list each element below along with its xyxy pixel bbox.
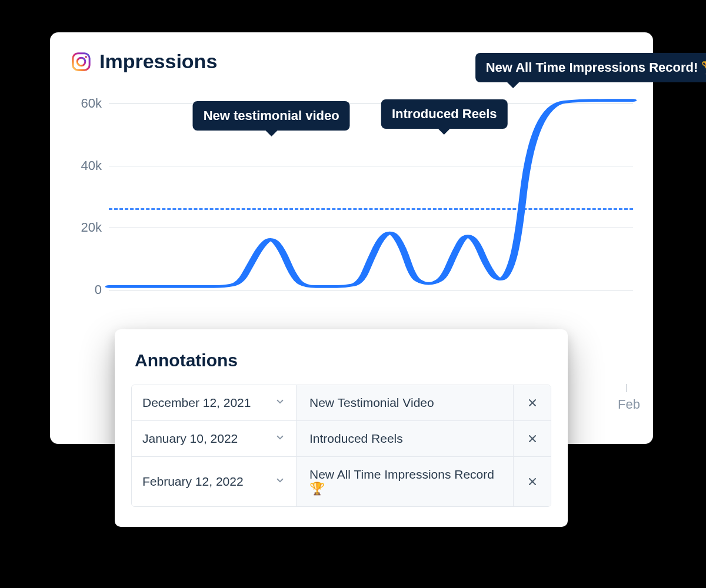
y-axis-labels: 60k 40k 20k 0	[68, 98, 108, 292]
close-icon	[527, 476, 538, 487]
annotation-description[interactable]: Introduced Reels	[297, 421, 513, 456]
plot-region: New testimonial video Introduced Reels N…	[109, 98, 633, 292]
y-tick-0: 0	[95, 282, 102, 298]
annotation-date-picker[interactable]: February 12, 2022	[132, 457, 297, 506]
annotation-row: January 10, 2022 Introduced Reels	[132, 420, 551, 456]
title-wrap: Impressions	[71, 50, 217, 73]
annotation-description[interactable]: New Testimonial Video	[297, 385, 513, 420]
y-tick-40k: 40k	[81, 158, 102, 173]
svg-point-1	[77, 58, 85, 66]
svg-point-2	[85, 56, 87, 58]
annotation-date-picker[interactable]: December 12, 2021	[132, 385, 297, 420]
annotation-date-picker[interactable]: January 10, 2022	[132, 421, 297, 456]
annotation-desc-text: New Testimonial Video	[309, 396, 434, 410]
callout-label: Introduced Reels	[392, 106, 497, 121]
annotation-row: February 12, 2022 New All Time Impressio…	[132, 456, 551, 506]
annotation-date-label: December 12, 2021	[142, 396, 251, 410]
callout-label: New testimonial video	[204, 108, 339, 123]
callout-testimonial: New testimonial video	[193, 101, 350, 131]
annotation-desc-text: Introduced Reels	[309, 432, 403, 446]
close-icon	[527, 397, 538, 409]
x-tick	[627, 384, 627, 392]
chart-title: Impressions	[99, 50, 217, 73]
chevron-down-icon	[275, 432, 285, 446]
annotation-date-label: January 10, 2022	[142, 432, 238, 446]
line-series	[109, 98, 633, 292]
chevron-down-icon	[275, 396, 285, 410]
annotation-row: December 12, 2021 New Testimonial Video	[132, 385, 551, 420]
annotation-description[interactable]: New All Time Impressions Record 🏆	[297, 457, 513, 506]
chart-area: 60k 40k 20k 0 New testimonial video Intr…	[68, 98, 635, 292]
close-icon	[527, 433, 538, 445]
annotations-title: Annotations	[131, 350, 551, 370]
annotation-delete-button[interactable]	[513, 457, 551, 506]
annotations-panel: Annotations December 12, 2021 New Testim…	[115, 329, 568, 527]
callout-label: New All Time Impressions Record! 🏆	[486, 60, 706, 75]
annotation-date-label: February 12, 2022	[142, 475, 244, 489]
annotation-delete-button[interactable]	[513, 421, 551, 456]
x-tick-feb: Feb	[618, 397, 640, 412]
y-tick-20k: 20k	[81, 220, 102, 235]
instagram-icon	[71, 52, 91, 72]
svg-rect-0	[73, 53, 89, 69]
annotation-delete-button[interactable]	[513, 385, 551, 420]
y-tick-60k: 60k	[81, 96, 102, 111]
callout-record: New All Time Impressions Record! 🏆	[475, 53, 706, 82]
chevron-down-icon	[275, 475, 285, 489]
annotation-desc-text: New All Time Impressions Record 🏆	[309, 467, 500, 496]
callout-reels: Introduced Reels	[381, 99, 507, 129]
annotations-table: December 12, 2021 New Testimonial Video …	[131, 385, 551, 507]
